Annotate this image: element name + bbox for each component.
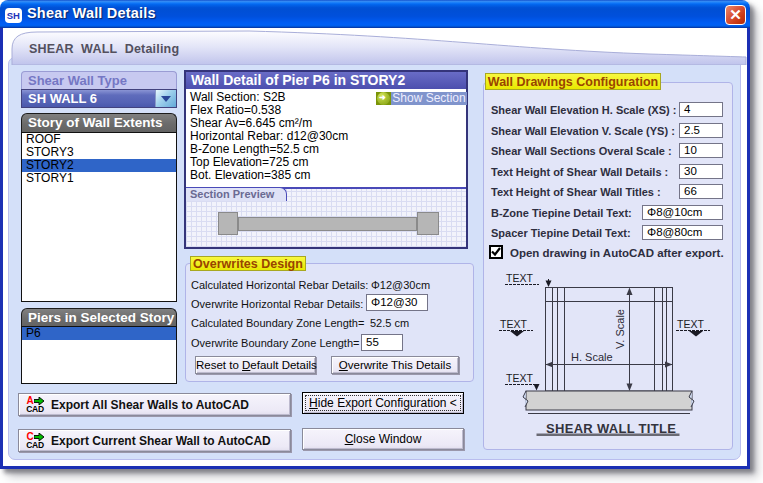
svg-text:TEXT: TEXT bbox=[677, 318, 704, 330]
svg-text:TEXT: TEXT bbox=[500, 318, 527, 330]
svg-text:V. Scale: V. Scale bbox=[614, 309, 626, 349]
svg-text:SHEAR WALL TITLE: SHEAR WALL TITLE bbox=[546, 421, 676, 436]
svg-text:TEXT: TEXT bbox=[506, 272, 533, 284]
svg-text:TEXT: TEXT bbox=[506, 372, 533, 384]
svg-text:H. Scale: H. Scale bbox=[571, 351, 613, 363]
